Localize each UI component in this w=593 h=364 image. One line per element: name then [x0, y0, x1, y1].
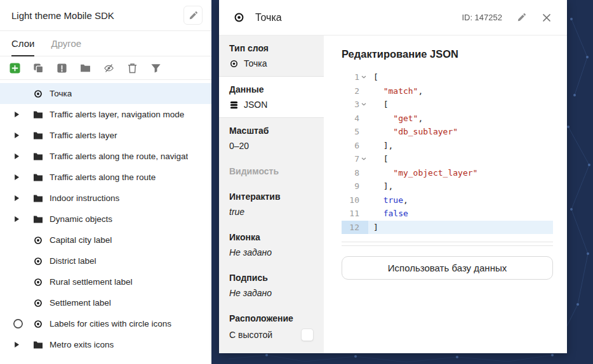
line-gutter: 11: [342, 207, 368, 221]
prop-value: true: [229, 207, 244, 217]
layer-row[interactable]: Capital city label: [0, 230, 211, 250]
toolbar-eye-off-button[interactable]: [103, 63, 114, 74]
folder-icon: [33, 172, 43, 183]
caret-icon[interactable]: [14, 195, 20, 202]
code-text: "db_sublayer": [368, 125, 553, 139]
layer-label: Traffic alerts layer, navigation mode: [50, 110, 184, 119]
toolbar-group-folder-button[interactable]: [80, 63, 91, 74]
layer-row[interactable]: Rural settlement label: [0, 271, 211, 292]
prop-placement[interactable]: РасположениеС высотой: [219, 306, 324, 349]
toolbar-duplicate-button[interactable]: [33, 63, 44, 74]
pencil-icon: [517, 13, 526, 22]
code-line[interactable]: 6 ],: [342, 139, 553, 153]
code-line[interactable]: 3 [: [342, 98, 553, 112]
layer-row[interactable]: Labels for cities with circle icons: [0, 313, 211, 334]
prop-interactive[interactable]: Интерактивtrue: [219, 184, 324, 224]
tab-layers[interactable]: Слои: [11, 31, 34, 56]
editor-scrollbar[interactable]: [342, 242, 553, 246]
line-number: 12: [349, 221, 359, 235]
line-number: 7: [354, 152, 359, 166]
prop-name: Иконка: [229, 232, 314, 242]
prop-value: Не задано: [229, 247, 272, 257]
prop-icon[interactable]: ИконкаНе задано: [219, 224, 324, 265]
caret-icon[interactable]: [14, 341, 20, 348]
editor-pane: Редактирование JSON 1[2 "match",3 [4 "ge…: [324, 36, 567, 353]
line-gutter: 7: [342, 152, 368, 166]
prop-layer-type[interactable]: Тип слояТочка: [219, 36, 324, 77]
point-icon: [33, 256, 43, 266]
code-line[interactable]: 8 "my_object_layer": [342, 166, 553, 180]
layer-row[interactable]: Traffic alerts along the route, navigat: [0, 146, 211, 167]
json-editor[interactable]: 1[2 "match",3 [4 "get",5 "db_sublayer"6 …: [342, 70, 553, 234]
code-line[interactable]: 5 "db_sublayer": [342, 125, 553, 139]
prop-visibility[interactable]: Видимость: [219, 159, 324, 184]
layer-row[interactable]: Traffic alerts layer, navigation mode: [0, 104, 211, 125]
line-gutter: 9: [342, 179, 368, 193]
line-gutter: 2: [342, 84, 368, 98]
layer-row[interactable]: Settlement label: [0, 292, 211, 313]
layer-row[interactable]: District label: [0, 250, 211, 271]
code-line[interactable]: 12]: [342, 221, 553, 235]
fold-chevron-icon[interactable]: [359, 75, 368, 79]
code-text: [: [368, 152, 553, 166]
prop-zoom[interactable]: Масштаб0–20: [219, 118, 324, 159]
filter-icon: [150, 63, 161, 74]
caret-icon[interactable]: [14, 153, 20, 160]
code-text: "my_object_layer": [368, 166, 553, 180]
code-line[interactable]: 10 true,: [342, 193, 553, 207]
layer-row[interactable]: Traffic alerts layer: [0, 125, 211, 146]
prop-name: Интерактив: [229, 192, 314, 202]
fold-chevron-icon[interactable]: [359, 103, 368, 106]
layer-row[interactable]: Traffic alerts along the route: [0, 167, 211, 188]
toolbar-trash-button[interactable]: [127, 63, 138, 74]
layer-row[interactable]: Dynamic objects: [0, 209, 211, 230]
layer-label: Traffic alerts along the route: [50, 172, 156, 182]
toolbar-filter-button[interactable]: [150, 63, 161, 74]
layer-label: Dynamic objects: [50, 214, 112, 224]
line-gutter: 5: [342, 125, 368, 139]
layer-row[interactable]: Точка: [0, 83, 211, 104]
line-gutter: 12: [342, 221, 368, 235]
point-icon: [33, 298, 43, 308]
tab-other[interactable]: Другое: [51, 31, 81, 56]
code-text: ],: [368, 179, 553, 193]
code-line[interactable]: 9 ],: [342, 179, 553, 193]
fold-chevron-icon[interactable]: [359, 157, 368, 160]
use-database-button[interactable]: Использовать базу данных: [342, 256, 553, 280]
line-gutter: 10: [342, 193, 368, 207]
prop-value-row: Точка: [229, 58, 314, 68]
toolbar-add-button[interactable]: [10, 63, 20, 74]
point-icon: [33, 319, 43, 329]
code-line[interactable]: 2 "match",: [342, 84, 553, 98]
code-line[interactable]: 4 "get",: [342, 112, 553, 126]
code-line[interactable]: 7 [: [342, 152, 553, 166]
folder-icon: [33, 193, 43, 204]
prop-value-row: 0–20: [229, 141, 314, 151]
caret-icon[interactable]: [14, 132, 20, 139]
height-checkbox[interactable]: [301, 328, 314, 341]
caret-slot: [14, 318, 33, 329]
edit-title-button[interactable]: [183, 6, 203, 25]
caret-icon[interactable]: [14, 111, 20, 118]
layer-title: Точка: [255, 12, 462, 23]
close-button[interactable]: [540, 11, 553, 24]
caret-slot: [14, 111, 33, 118]
layer-row[interactable]: Metro exits icons: [0, 334, 211, 355]
caret-icon[interactable]: [14, 216, 20, 223]
line-number: 1: [354, 70, 359, 84]
edit-layer-button[interactable]: [515, 11, 528, 24]
layer-row[interactable]: Indoor instructions: [0, 188, 211, 209]
code-text: false: [368, 207, 553, 221]
code-line[interactable]: 1[: [342, 70, 553, 84]
layer-detail-card: Точка ID: 147252 Тип слояТочкаДанныеJSON…: [219, 0, 567, 353]
ring-icon: [13, 318, 23, 329]
prop-data[interactable]: ДанныеJSON: [219, 77, 324, 118]
code-line[interactable]: 11 false: [342, 207, 553, 221]
layer-label: Indoor instructions: [50, 193, 119, 203]
prop-value: 0–20: [229, 141, 249, 151]
caret-icon[interactable]: [14, 174, 20, 181]
line-number: 8: [354, 166, 359, 180]
caret-slot: [14, 174, 33, 181]
prop-caption[interactable]: ПодписьНе задано: [219, 265, 324, 306]
toolbar-alert-square-button[interactable]: [57, 63, 67, 74]
